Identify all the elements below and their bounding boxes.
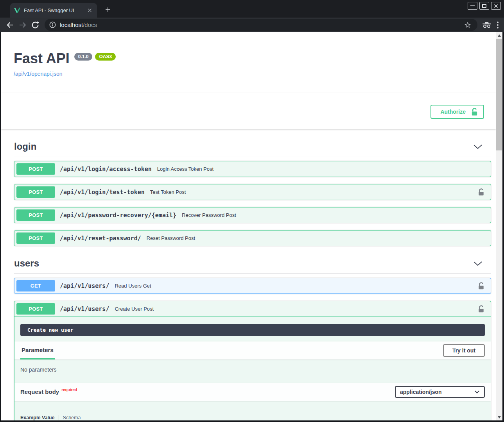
no-parameters-text: No parameters [14,359,491,383]
request-body-header: Request bodyrequired application/json [14,383,491,401]
scrollbar-down-arrow[interactable] [496,414,502,420]
request-body-label: Request body [20,388,59,395]
maximize-button[interactable] [479,2,489,10]
scheme-container: Authorize [1,93,496,129]
tab-divider [59,415,59,420]
new-tab-plus-icon[interactable] [103,5,113,14]
menu-dots-icon[interactable] [497,21,499,29]
back-arrow-icon [6,21,14,29]
opblock-password-recovery: POST /api/v1/password-recovery/{email} R… [14,207,491,223]
auth-padlock-button[interactable] [478,305,484,313]
tag-header-users[interactable]: users [14,256,491,274]
tag-name: users [14,258,39,269]
window-controls [468,2,501,10]
opblock-read-users: GET /api/v1/users/ Read Users Get [14,278,491,294]
incognito-icon [482,21,491,28]
parameters-header: Parameters Try it out [14,342,491,359]
tag-header-login[interactable]: login [14,139,491,157]
toolbar-right [482,21,499,29]
opblock-create-user: POST /api/v1/users/ Create User Post [14,301,491,420]
titlebar: Fast API - Swagger UI [0,0,504,18]
auth-padlock-button[interactable] [478,282,484,290]
endpoint-summary: Reset Password Post [147,235,195,241]
endpoint-path: /api/v1/reset-password/ [60,235,141,242]
endpoint-path: /api/v1/users/ [60,306,109,313]
close-button[interactable] [491,2,501,10]
minimize-icon [470,5,475,6]
tag-section-login: login POST /api/v1/login/access-token Lo… [14,139,491,246]
oas3-badge: OAS3 [95,53,116,61]
chevron-down-icon [474,390,480,393]
endpoint-summary: Read Users Get [115,283,151,289]
endpoint-path: /api/v1/users/ [60,283,109,290]
browser-tab[interactable]: Fast API - Swagger UI [10,3,97,18]
chevron-down-icon[interactable] [473,261,482,266]
tag-section-users: users GET /api/v1/users/ Read Users Get [14,256,491,420]
endpoint-summary: Create User Post [115,306,154,312]
url-path: /docs [83,21,97,28]
browser-toolbar: localhost/docs [0,18,504,32]
content-type-select[interactable]: application/json [395,386,485,398]
back-button[interactable] [4,19,16,31]
opblock-summary[interactable]: POST /api/v1/login/test-token Test Token… [14,184,491,200]
tab-example-value[interactable]: Example Value [20,415,55,420]
unlocked-padlock-icon [478,188,484,196]
method-badge: POST [16,232,55,244]
unlocked-padlock-icon [478,282,484,290]
url-host: localhost [60,21,83,28]
favicon-v-logo-icon [14,7,20,13]
close-icon [494,4,498,8]
opblock-reset-password: POST /api/v1/reset-password/ Reset Passw… [14,230,491,246]
opblock-summary[interactable]: POST /api/v1/reset-password/ Reset Passw… [14,231,491,246]
method-badge: POST [16,209,55,221]
chevron-down-icon[interactable] [473,144,482,149]
endpoint-path: /api/v1/login/access-token [60,166,152,173]
tab-schema[interactable]: Schema [63,415,81,420]
title-badges: 0.1.0 OAS3 [74,53,116,61]
opblock-summary[interactable]: POST /api/v1/login/access-token Login Ac… [14,161,491,177]
unlocked-padlock-icon [471,108,478,116]
bookmark-star-icon[interactable] [463,20,473,30]
forward-button[interactable] [16,19,29,31]
forward-arrow-icon [19,21,27,29]
address-bar[interactable]: localhost/docs [45,19,477,31]
maximize-icon [482,4,486,8]
tab-title: Fast API - Swagger UI [24,7,86,13]
api-info: Fast API 0.1.0 OAS3 /api/v1/openapi.json [1,32,496,77]
scrollbar-thumb[interactable] [496,39,502,150]
site-info-icon[interactable] [49,21,56,28]
page-viewport: Fast API 0.1.0 OAS3 /api/v1/openapi.json… [1,32,502,420]
authorize-button[interactable]: Authorize [430,105,484,119]
endpoint-summary: Test Token Post [150,189,186,195]
required-label: required [61,388,77,392]
url-text[interactable]: localhost/docs [60,21,463,28]
page-scrollbar[interactable] [496,32,502,420]
endpoint-path: /api/v1/login/test-token [60,189,145,196]
method-badge: GET [16,280,55,291]
openapi-spec-link[interactable]: /api/v1/openapi.json [14,71,63,77]
minimize-button[interactable] [468,2,477,10]
parameters-tab[interactable]: Parameters [20,342,55,359]
tab-close-icon[interactable] [86,7,93,14]
refresh-icon [31,21,39,29]
example-tabs: Example Value Schema [20,415,485,420]
authorize-label: Authorize [440,109,466,115]
endpoint-summary: Login Access Token Post [157,166,213,172]
opblock-summary[interactable]: POST /api/v1/password-recovery/{email} R… [14,207,491,223]
opblock-summary[interactable]: POST /api/v1/users/ Create User Post [14,301,491,317]
endpoint-path: /api/v1/password-recovery/{email} [60,212,176,219]
page-title: Fast API [14,52,70,66]
opblock-summary[interactable]: GET /api/v1/users/ Read Users Get [14,278,491,293]
tag-name: login [14,141,36,152]
auth-padlock-button[interactable] [478,188,484,196]
unlocked-padlock-icon [478,305,484,313]
refresh-button[interactable] [29,19,41,31]
opblock-login-access-token: POST /api/v1/login/access-token Login Ac… [14,161,491,177]
swagger-page: Fast API 0.1.0 OAS3 /api/v1/openapi.json… [1,32,496,420]
opblock-body: Create new user Parameters Try it out No… [14,324,491,420]
method-badge: POST [16,163,55,175]
model-example: Example Value Schema { [20,415,485,420]
browser-window: Fast API - Swagger UI [0,0,504,422]
scrollbar-up-arrow[interactable] [496,32,502,39]
try-it-out-button[interactable]: Try it out [443,344,485,357]
